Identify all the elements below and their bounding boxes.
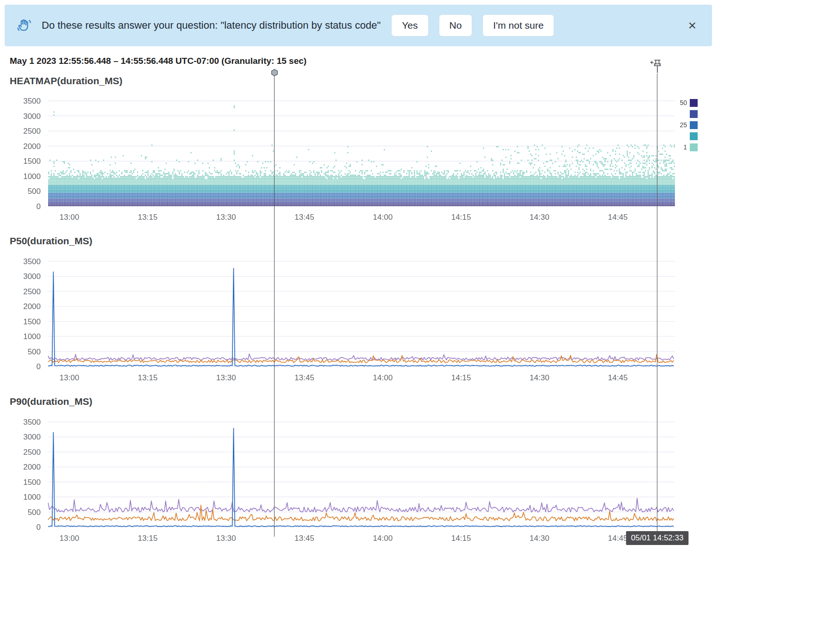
banner-question: Do these results answer your question: "… [42,19,381,31]
legend-row: 25 [677,119,698,130]
legend-swatch [690,121,698,129]
legend-swatch [690,99,698,107]
pin-time-marker[interactable] [649,59,666,532]
legend-row: 50 [677,97,698,108]
legend-label: 25 [677,121,687,129]
banner-button-group: Yes No I'm not sure [392,15,554,36]
legend-row [677,108,698,119]
marker-line [657,74,658,532]
legend-row [677,130,698,142]
time-range-header: May 1 2023 12:55:56.448 – 14:55:56.448 U… [10,56,306,66]
legend-row: 1 [677,142,698,153]
legend-label: 50 [677,99,687,106]
hexagon-time-marker[interactable] [271,69,278,537]
no-button[interactable]: No [439,15,472,36]
p50-chart[interactable] [0,254,713,386]
p90-title: P90(duration_MS) [10,396,93,407]
marker-line [274,76,275,537]
yes-button[interactable]: Yes [392,15,428,36]
close-icon[interactable]: × [684,17,700,34]
pushpin-icon [649,59,666,74]
legend-swatch [690,132,698,140]
heatmap-chart[interactable] [0,90,713,227]
not-sure-button[interactable]: I'm not sure [483,15,554,36]
p90-chart[interactable] [0,415,713,547]
legend-label: 1 [677,143,687,151]
time-tooltip: 05/01 14:52:33 [626,531,688,545]
hexagon-marker-icon [271,69,278,76]
feedback-banner: Do these results answer your question: "… [5,5,712,46]
heatmap-legend: 50251 [677,97,698,153]
legend-swatch [690,143,698,151]
legend-swatch [690,110,698,118]
p50-title: P50(duration_MS) [10,235,93,247]
wave-hand-icon [17,18,31,33]
heatmap-title: HEATMAP(duration_MS) [10,75,122,87]
